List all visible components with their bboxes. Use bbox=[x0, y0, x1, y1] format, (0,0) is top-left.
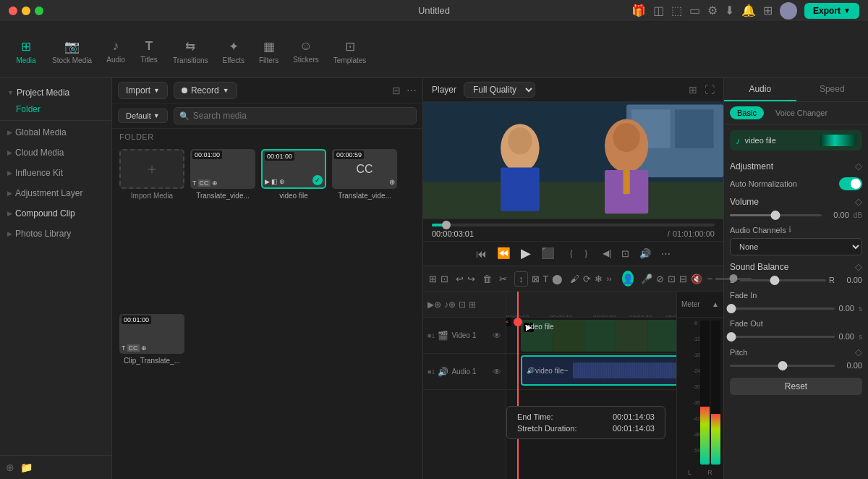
track-add-video-button[interactable]: ▶⊕ bbox=[427, 300, 441, 310]
avatar[interactable] bbox=[780, 2, 797, 20]
sidebar-item-adjustment-layer[interactable]: ▶ Adjustment Layer bbox=[0, 183, 111, 203]
more-icon[interactable]: ⋯ bbox=[407, 85, 417, 96]
tl-mute-button[interactable]: 🔇 bbox=[691, 274, 702, 284]
media-item-translate-1[interactable]: 00:01:00 T CC ⊕ Translate_vide... bbox=[190, 149, 255, 308]
balance-thumb[interactable] bbox=[770, 276, 779, 285]
import-media-item[interactable]: ＋ Import Media bbox=[119, 149, 184, 308]
tl-layout-button[interactable]: ⊟ bbox=[679, 274, 687, 284]
tl-more-button[interactable]: ›› bbox=[606, 274, 611, 283]
tl-paint-button[interactable]: 🖌 bbox=[570, 274, 579, 284]
tl-audio-button[interactable]: 🎤 bbox=[641, 274, 652, 284]
share-icon[interactable]: ◫ bbox=[653, 4, 664, 17]
adjustment-expand-icon[interactable]: ◇ bbox=[855, 161, 862, 171]
prev-frame-button[interactable]: ◀| bbox=[603, 248, 611, 258]
maximize-button[interactable] bbox=[35, 7, 43, 15]
pitch-icon[interactable]: ◇ bbox=[855, 347, 862, 357]
track-link-button[interactable]: ⊞ bbox=[469, 300, 476, 310]
stop-button[interactable]: ⬛ bbox=[541, 247, 555, 260]
tab-titles[interactable]: T Titles bbox=[132, 35, 166, 68]
tab-stickers[interactable]: ☺ Stickers bbox=[286, 35, 326, 68]
download-icon[interactable]: ⬇ bbox=[725, 4, 734, 17]
more-options-button[interactable]: ⋯ bbox=[661, 248, 671, 259]
monitor-icon[interactable]: ▭ bbox=[689, 4, 700, 17]
volume-expand-icon[interactable]: ◇ bbox=[855, 196, 862, 207]
captions-icon[interactable]: ⬚ bbox=[671, 4, 682, 17]
media-item-video-file[interactable]: 00:01:00 ▶ ◧ ⊕ ✓ video file bbox=[261, 149, 326, 308]
tab-transitions[interactable]: ⇆ Transitions bbox=[166, 35, 216, 69]
folder-icon[interactable]: 📁 bbox=[20, 462, 33, 473]
quality-select[interactable]: Full Quality bbox=[464, 82, 535, 98]
track-snap-button[interactable]: ⊡ bbox=[459, 300, 466, 310]
eye-icon-audio[interactable]: 👁 bbox=[493, 367, 501, 377]
fade-in-slider[interactable] bbox=[730, 308, 835, 310]
mark-out-button[interactable]: ｝ bbox=[584, 247, 592, 260]
mark-in-button[interactable]: ｛ bbox=[565, 247, 574, 260]
pitch-slider[interactable] bbox=[730, 365, 835, 367]
tl-cursor-button[interactable]: ⊡ bbox=[441, 274, 448, 284]
fullscreen-icon[interactable]: ⛶ bbox=[705, 84, 715, 96]
tl-detach-button[interactable]: ⊘ bbox=[656, 274, 664, 284]
tl-freeze-button[interactable]: ❄ bbox=[595, 274, 603, 284]
export-button[interactable]: Export ▼ bbox=[804, 3, 859, 19]
sidebar-item-photos-library[interactable]: ▶ Photos Library bbox=[0, 224, 111, 244]
balance-slider[interactable] bbox=[740, 279, 826, 281]
tab-audio-right[interactable]: Audio bbox=[724, 78, 796, 101]
search-input[interactable] bbox=[174, 107, 417, 124]
snap-button[interactable]: ⊡ bbox=[621, 248, 629, 259]
tab-speed-right[interactable]: Speed bbox=[796, 78, 869, 101]
tl-undo-button[interactable]: ↩ bbox=[456, 274, 464, 284]
eye-icon-video[interactable]: 👁 bbox=[493, 331, 501, 341]
sidebar-item-project-media[interactable]: ▼ Project Media bbox=[0, 82, 111, 103]
sidebar-item-influence-kit[interactable]: ▶ Influence Kit bbox=[0, 163, 111, 183]
tab-effects[interactable]: ✦ Effects bbox=[216, 35, 252, 69]
fade-in-thumb[interactable] bbox=[727, 304, 736, 313]
import-button[interactable]: Import ▼ bbox=[118, 82, 168, 99]
step-back-button[interactable]: ⏪ bbox=[497, 247, 511, 260]
tl-redo-button[interactable]: ↪ bbox=[467, 274, 475, 284]
auto-norm-toggle[interactable] bbox=[839, 177, 862, 190]
reset-button[interactable]: Reset bbox=[730, 378, 862, 395]
pitch-thumb[interactable] bbox=[778, 361, 787, 370]
progress-bar[interactable] bbox=[432, 224, 715, 226]
sound-balance-icon[interactable]: ◇ bbox=[855, 261, 862, 272]
add-media-icon[interactable]: ⊕ bbox=[6, 462, 14, 473]
record-button[interactable]: Record ▼ bbox=[174, 82, 237, 99]
close-button[interactable] bbox=[9, 7, 17, 15]
tl-select-button[interactable]: ↕ bbox=[514, 271, 528, 287]
progress-thumb[interactable] bbox=[442, 221, 451, 229]
tab-stock-media[interactable]: 📷 Stock Media bbox=[45, 35, 99, 69]
track-add-audio-button[interactable]: ♪⊕ bbox=[444, 300, 456, 310]
volume-slider[interactable] bbox=[730, 214, 822, 216]
zoom-thumb[interactable] bbox=[730, 274, 738, 282]
subtab-voice-changer[interactable]: Voice Changer bbox=[768, 106, 835, 119]
filter-icon[interactable]: ⊟ bbox=[392, 85, 401, 96]
audio-channels-select[interactable]: None bbox=[730, 238, 862, 255]
tl-delete-button[interactable]: 🗑 bbox=[482, 274, 492, 284]
tab-audio[interactable]: ♪ Audio bbox=[99, 35, 132, 68]
default-button[interactable]: Default ▼ bbox=[118, 109, 168, 123]
tl-grid-button[interactable]: ⊞ bbox=[429, 274, 437, 284]
tl-text-button[interactable]: T bbox=[543, 274, 549, 284]
tl-speed-button[interactable]: ⟳ bbox=[583, 274, 591, 284]
tab-media[interactable]: ⊞ Media bbox=[7, 35, 45, 69]
tab-filters[interactable]: ▦ Filters bbox=[252, 35, 286, 69]
meter-expand-icon[interactable]: ▲ bbox=[712, 300, 719, 308]
bell-icon[interactable]: 🔔 bbox=[741, 4, 756, 17]
media-item-clip-translate[interactable]: 00:01:00 T CC ⊕ Clip_Translate_... bbox=[119, 314, 184, 473]
sidebar-item-compound-clip[interactable]: ▶ Compound Clip bbox=[0, 203, 111, 224]
tl-trim-button[interactable]: ⊠ bbox=[532, 274, 540, 284]
fade-out-thumb[interactable] bbox=[727, 332, 736, 342]
volume-thumb[interactable] bbox=[771, 211, 780, 220]
grid-view-icon[interactable]: ⊞ bbox=[689, 84, 697, 96]
tl-subtitle-button[interactable]: ⊡ bbox=[668, 274, 676, 284]
minimize-button[interactable] bbox=[22, 7, 30, 15]
sidebar-item-global-media[interactable]: ▶ Global Media bbox=[0, 122, 111, 143]
audio-clip[interactable]: 🔊 video file~ bbox=[521, 355, 676, 386]
settings-icon[interactable]: ⚙ bbox=[707, 4, 718, 17]
media-item-translate-2[interactable]: 00:00:59 CC ⊕ Translate_vide... bbox=[332, 149, 397, 308]
tl-minus-button[interactable]: − bbox=[707, 274, 713, 284]
sidebar-item-cloud-media[interactable]: ▶ Cloud Media bbox=[0, 143, 111, 163]
sidebar-folder[interactable]: Folder bbox=[0, 103, 111, 119]
volume-button[interactable]: 🔊 bbox=[639, 248, 651, 259]
tl-cut-button[interactable]: ✂ bbox=[499, 274, 507, 284]
